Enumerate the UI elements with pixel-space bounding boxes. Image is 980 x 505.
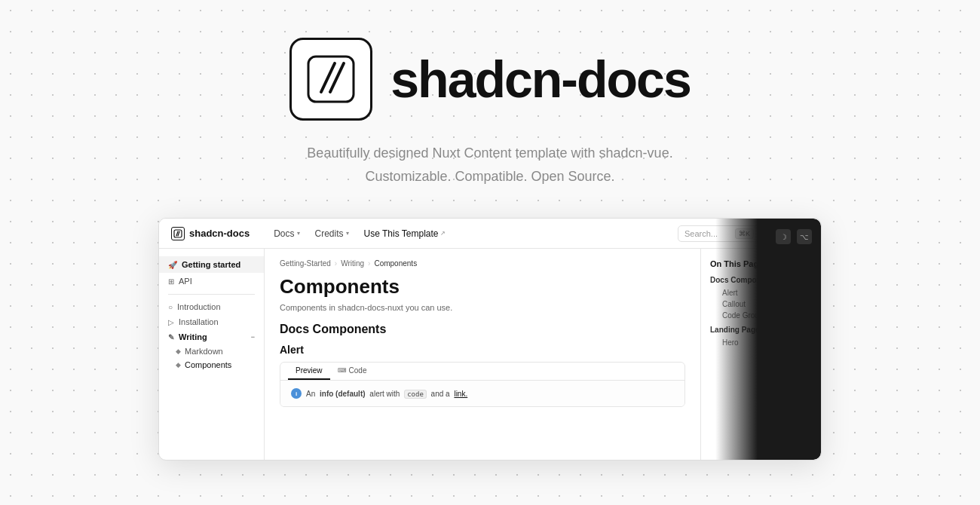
browser-mockup: ☽ ⌥ shadcn-docs Docs ▾ — [158, 218, 822, 461]
main-content: Getting-Started › Writing › Components C… — [265, 249, 700, 460]
nav-links: Docs ▾ Credits ▾ Use This Template ↗ — [268, 225, 678, 242]
grid-icon: ⊞ — [168, 277, 174, 286]
nav-credits[interactable]: Credits ▾ — [309, 225, 355, 242]
alert-text: An info (default) alert with code and a … — [306, 390, 467, 398]
breadcrumb-sep-2: › — [368, 259, 370, 268]
circle-icon: ○ — [168, 303, 173, 311]
breadcrumb-writing[interactable]: Writing — [341, 259, 364, 268]
sidebar-writing[interactable]: ✎ Writing − — [159, 329, 264, 344]
breadcrumb-getting-started[interactable]: Getting-Started — [280, 259, 331, 268]
content-wrapper: shadcn-docs Beautifully designed Nuxt Co… — [0, 0, 980, 461]
logo-icon — [305, 53, 357, 106]
alert-code: code — [404, 390, 427, 399]
alert-heading: Alert — [280, 344, 685, 356]
preview-card: Preview ⌨ Code i An info (default) alert… — [280, 362, 685, 407]
sidebar-divider — [168, 294, 255, 295]
overlay-github-icon[interactable]: ⌥ — [797, 229, 812, 244]
writing-collapse-icon: − — [251, 333, 255, 341]
credits-arrow: ▾ — [346, 230, 349, 237]
code-tab[interactable]: ⌨ Code — [330, 363, 375, 380]
preview-content: i An info (default) alert with code and … — [280, 381, 684, 406]
page-desc: Components in shadcn-docs-nuxt you can u… — [280, 303, 685, 312]
hero-title: shadcn-docs — [390, 50, 690, 109]
template-arrow: ↗ — [440, 230, 446, 237]
diamond-small-icon: ◆ — [176, 347, 181, 355]
info-icon: i — [291, 388, 302, 399]
preview-tabs: Preview ⌨ Code — [280, 363, 684, 381]
breadcrumb-sep-1: › — [335, 259, 337, 268]
overlay-icons: ☽ ⌥ — [776, 225, 812, 244]
breadcrumb-components: Components — [374, 259, 417, 268]
sidebar: 🚀 Getting started ⊞ API ○ Introduction ▷… — [159, 249, 265, 460]
nav-brand: shadcn-docs — [171, 227, 250, 240]
pen-icon: ✎ — [168, 333, 174, 341]
triangle-icon: ▷ — [168, 318, 174, 326]
breadcrumb: Getting-Started › Writing › Components — [280, 259, 685, 268]
hero-header: shadcn-docs — [289, 38, 690, 121]
nav-docs[interactable]: Docs ▾ — [268, 225, 305, 242]
diamond-icon: ◆ — [176, 361, 181, 369]
alert-type: info (default) — [320, 390, 366, 398]
sidebar-components[interactable]: ◆ Components — [159, 358, 264, 372]
sidebar-getting-started[interactable]: 🚀 Getting started — [159, 256, 264, 273]
brand-icon — [171, 227, 185, 240]
logo-box — [289, 38, 372, 121]
svg-rect-0 — [308, 57, 354, 102]
alert-link[interactable]: link. — [454, 390, 467, 398]
preview-tab[interactable]: Preview — [288, 363, 330, 380]
overlay-moon-icon[interactable]: ☽ — [776, 229, 791, 244]
hero-subtitle: Beautifully designed Nuxt Content templa… — [307, 142, 672, 188]
dark-overlay: ☽ ⌥ — [715, 219, 821, 460]
brand-logo-small — [173, 229, 182, 238]
code-icon: ⌨ — [338, 367, 347, 374]
brand-label: shadcn-docs — [189, 228, 250, 239]
sidebar-api[interactable]: ⊞ API — [159, 273, 264, 289]
sidebar-markdown[interactable]: ◆ Markdown — [159, 344, 264, 358]
rocket-icon: 🚀 — [168, 261, 177, 269]
sidebar-introduction[interactable]: ○ Introduction — [159, 299, 264, 314]
page-title: Components — [280, 275, 685, 298]
nav-use-template[interactable]: Use This Template ↗ — [358, 225, 452, 242]
sidebar-installation[interactable]: ▷ Installation — [159, 314, 264, 329]
search-placeholder-text: Search... — [684, 229, 718, 238]
docs-arrow: ▾ — [297, 230, 300, 237]
section-heading: Docs Components — [280, 323, 685, 336]
